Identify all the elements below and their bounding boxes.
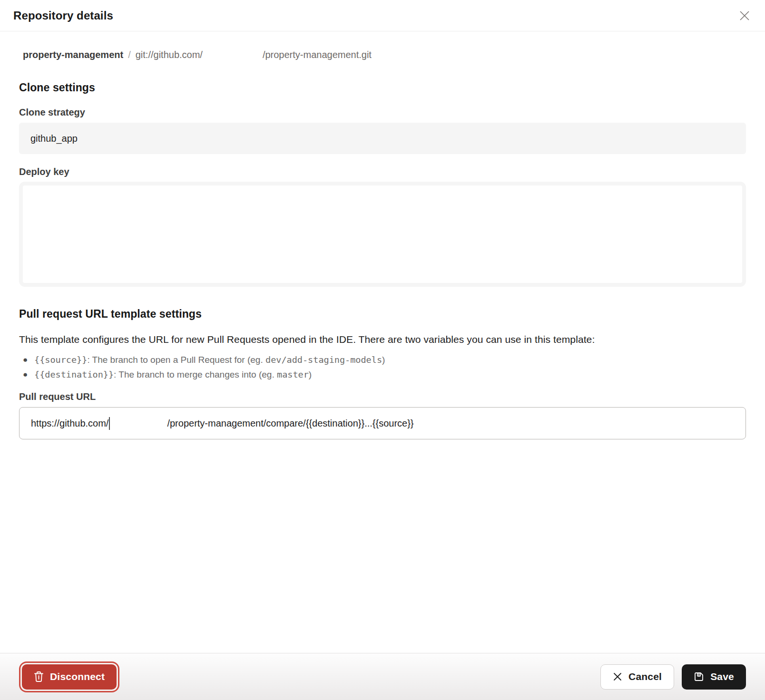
breadcrumb-repo-name: property-management	[23, 49, 123, 60]
save-button-label: Save	[710, 671, 734, 682]
clone-settings-heading: Clone settings	[19, 80, 746, 95]
pr-template-description: This template configures the URL for new…	[19, 332, 746, 347]
url-value-prefix: https://github.com/	[31, 418, 108, 429]
floppy-disk-icon	[694, 671, 704, 682]
url-value-suffix: /property-management/compare/{{destinati…	[167, 418, 413, 429]
variable-code: {{destination}}	[34, 369, 114, 379]
close-icon	[738, 10, 751, 22]
variable-suffix: )	[382, 355, 385, 365]
clone-strategy-field: github_app	[19, 123, 746, 154]
disconnect-button[interactable]: Disconnect	[22, 664, 117, 690]
breadcrumb-url-suffix: /property-management.git	[263, 49, 372, 60]
pull-request-url-label: Pull request URL	[19, 390, 746, 403]
footer-actions: Cancel Save	[600, 664, 746, 690]
modal-header: Repository details	[0, 0, 765, 31]
repository-details-modal: Repository details property-management /…	[0, 0, 765, 700]
list-item: ●{{source}}: The branch to open a Pull R…	[19, 352, 746, 367]
variable-text: : The branch to merge changes into (eg.	[114, 369, 277, 379]
breadcrumb: property-management / git://github.com/ …	[19, 49, 746, 60]
clone-strategy-value: github_app	[30, 133, 78, 144]
bullet-icon: ●	[23, 367, 28, 382]
deploy-key-textarea[interactable]	[19, 182, 746, 287]
modal-title: Repository details	[13, 9, 113, 22]
modal-footer: Disconnect Cancel	[0, 653, 765, 700]
breadcrumb-separator: /	[128, 49, 131, 60]
close-button[interactable]	[736, 8, 753, 24]
pull-request-url-input[interactable]: https://github.com/ /property-management…	[19, 407, 746, 439]
cancel-button-label: Cancel	[628, 671, 662, 682]
breadcrumb-url-prefix: git://github.com/	[136, 49, 203, 60]
pr-template-heading: Pull request URL template settings	[19, 307, 746, 321]
trash-icon	[34, 671, 44, 682]
variable-example: master	[277, 369, 309, 379]
list-item: ●{{destination}}: The branch to merge ch…	[19, 367, 746, 382]
variable-text: : The branch to open a Pull Request for …	[87, 355, 265, 365]
template-variable-list: ●{{source}}: The branch to open a Pull R…	[19, 352, 746, 382]
modal-content: property-management / git://github.com/ …	[0, 49, 765, 439]
deploy-key-label: Deploy key	[19, 165, 746, 178]
variable-suffix: )	[309, 369, 312, 379]
bullet-icon: ●	[23, 352, 28, 367]
variable-code: {{source}}	[34, 355, 87, 365]
variable-example: dev/add-staging-models	[265, 355, 382, 365]
text-caret	[109, 417, 110, 430]
clone-strategy-label: Clone strategy	[19, 106, 746, 118]
cancel-button[interactable]: Cancel	[600, 664, 674, 690]
disconnect-button-label: Disconnect	[50, 671, 105, 682]
save-button[interactable]: Save	[682, 664, 746, 690]
x-icon	[613, 672, 622, 681]
